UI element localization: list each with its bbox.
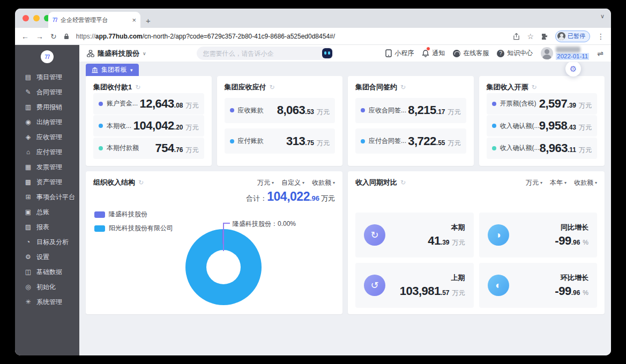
sidebar-item-settings[interactable]: ⚙设置 xyxy=(15,249,79,264)
forward-button[interactable]: → xyxy=(36,32,43,41)
metric-value: 3,722 xyxy=(408,134,436,148)
url-domain: app.77hub.com xyxy=(95,33,143,40)
metric-unit: 万元 xyxy=(448,108,461,117)
knowledge-center-button[interactable]: ? 知识中心 xyxy=(497,49,533,58)
card-title: 收入同期对比 xyxy=(355,178,397,187)
sidebar-item-project[interactable]: ▤项目管理 xyxy=(15,70,79,85)
dashboard-settings-button[interactable]: ⚙ xyxy=(565,62,581,77)
search-input[interactable] xyxy=(203,50,322,57)
refresh-icon[interactable]: ↻ xyxy=(400,179,406,186)
period-filter[interactable]: 自定义▾ xyxy=(281,178,304,187)
switch-arrows-icon[interactable]: ⇌ xyxy=(597,49,603,58)
tile-label: 环比增长 xyxy=(555,273,588,283)
refresh-icon[interactable]: ↻ xyxy=(270,84,275,91)
total-unit: 万元 xyxy=(321,194,335,202)
metric-decimal: .76 xyxy=(174,146,183,154)
assistant-robot-icon[interactable] xyxy=(322,48,332,58)
back-button[interactable]: ← xyxy=(21,32,29,41)
tile-value: 103,981 xyxy=(400,284,441,298)
chevron-down-icon[interactable]: ∨ xyxy=(600,13,605,20)
share-icon[interactable] xyxy=(513,33,520,40)
avatar[interactable] xyxy=(541,47,553,59)
sidebar-item-init[interactable]: ◎初始化 xyxy=(15,279,79,294)
unit-filter[interactable]: 万元▾ xyxy=(526,178,542,187)
metric-value: 754 xyxy=(155,141,174,155)
metric-label: 账户资金... xyxy=(107,99,138,108)
sidebar-item-accounting-platform[interactable]: ⊞事项会计平台 xyxy=(15,189,79,204)
reload-button[interactable]: ↻ xyxy=(50,32,57,41)
payable-icon: ⌂ xyxy=(24,148,32,156)
annotation-leader-line xyxy=(223,223,230,224)
metric-unit: 万元 xyxy=(186,123,199,132)
receivable-icon: ◈ xyxy=(24,133,32,141)
refresh-icon[interactable]: ↻ xyxy=(135,84,140,91)
metric-value: 12,643 xyxy=(140,97,174,111)
main-area: 隆盛科技股份 ∨ 小程序 xyxy=(79,45,611,355)
sidebar-item-ledger[interactable]: ▣总账 xyxy=(15,204,79,219)
metric-unit: 万元 xyxy=(579,101,592,110)
new-tab-button[interactable]: + xyxy=(146,16,151,25)
legend-item[interactable]: 隆盛科技股份 xyxy=(94,210,173,219)
sidebar-item-system[interactable]: ✳系统管理 xyxy=(15,294,79,309)
sidebar-item-target-analysis[interactable]: ◔目标及分析 xyxy=(15,234,79,249)
sidebar-item-label: 基础数据 xyxy=(36,268,62,277)
notifications-button[interactable]: 通知 xyxy=(422,49,445,58)
business-date[interactable]: 2022-01-11 xyxy=(556,53,589,60)
metric-unit: 万元 xyxy=(579,146,592,155)
series-dot xyxy=(99,124,103,128)
lock-icon xyxy=(64,33,69,40)
legend-item[interactable]: 阳光科技股份有限公司 xyxy=(94,224,173,233)
sidebar-item-asset[interactable]: ▩资产管理 xyxy=(15,175,79,189)
unit-filter[interactable]: 万元▾ xyxy=(257,178,274,187)
mini-program-button[interactable]: 小程序 xyxy=(385,49,414,58)
user-account[interactable]: 2022-01-11 xyxy=(541,47,589,60)
card-revenue-comparison: 收入同期对比 ↻ 万元▾ 本年▾ 收款额▾ ↻ 本期41.39万元 xyxy=(348,171,605,314)
filter-label: 万元 xyxy=(526,178,539,187)
more-menu-icon[interactable]: ⋮ xyxy=(597,32,605,41)
sidebar-item-label: 项目管理 xyxy=(36,73,62,82)
metric-value: 9,958 xyxy=(539,119,568,133)
notification-badge xyxy=(426,47,430,51)
metric-label: 本期收... xyxy=(107,122,131,131)
extensions-puzzle-icon[interactable] xyxy=(541,33,548,40)
browser-profile-chip[interactable]: 已暂停 xyxy=(555,31,590,42)
online-service-button[interactable]: 在线客服 xyxy=(453,49,489,58)
measure-filter[interactable]: 收款额▾ xyxy=(312,178,335,187)
series-dot xyxy=(99,146,103,150)
refresh-icon[interactable]: ↻ xyxy=(138,179,144,186)
metric-unit: 万元 xyxy=(186,146,199,155)
bookmark-star-icon[interactable]: ☆ xyxy=(527,32,534,41)
metric-label: 收入确认额(... xyxy=(500,143,540,153)
profile-avatar-icon xyxy=(557,32,565,40)
browser-tab[interactable]: 77 企企经营管理平台 × xyxy=(48,12,140,28)
tile-unit: % xyxy=(583,239,588,246)
period-filter[interactable]: 本年▾ xyxy=(550,178,567,187)
refresh-icon[interactable]: ↻ xyxy=(532,84,537,91)
measure-filter[interactable]: 收款额▾ xyxy=(574,178,597,187)
address-bar[interactable]: https://app.77hub.com/cn-north-2/app?cod… xyxy=(76,33,506,40)
sidebar-item-contract[interactable]: ✎合同管理 xyxy=(15,85,79,100)
minimize-window-button[interactable] xyxy=(33,15,40,21)
close-window-button[interactable] xyxy=(23,15,29,21)
metric-decimal: .43 xyxy=(567,124,576,131)
data-bars-icon: ◫ xyxy=(24,268,32,276)
cashier-icon: ◉ xyxy=(24,118,32,126)
sidebar-item-invoice[interactable]: ▦发票管理 xyxy=(15,160,79,175)
sidebar-item-receivable[interactable]: ◈应收管理 xyxy=(15,130,79,145)
sidebar-item-payable[interactable]: ⌂应付管理 xyxy=(15,145,79,160)
series-dot xyxy=(99,102,103,106)
global-search[interactable] xyxy=(197,47,334,60)
tile-unit: 万元 xyxy=(452,289,465,298)
chevron-down-icon: ∨ xyxy=(143,51,146,56)
card-title: 集团合同签约 xyxy=(355,82,397,92)
sidebar-item-base-data[interactable]: ◫基础数据 xyxy=(15,264,79,279)
refresh-icon[interactable]: ↻ xyxy=(400,84,406,91)
board-switcher[interactable]: 集团看板 ▾ xyxy=(86,64,139,76)
sidebar-item-label: 资产管理 xyxy=(36,178,62,187)
sidebar-item-expense[interactable]: ▥费用报销 xyxy=(15,100,79,115)
sidebar-item-cashier[interactable]: ◉出纳管理 xyxy=(15,115,79,130)
org-selector[interactable]: 隆盛科技股份 ∨ xyxy=(87,49,146,58)
close-tab-icon[interactable]: × xyxy=(132,16,136,24)
sidebar-item-report[interactable]: ▨报表 xyxy=(15,219,79,234)
metric-decimal: .75 xyxy=(305,139,314,147)
